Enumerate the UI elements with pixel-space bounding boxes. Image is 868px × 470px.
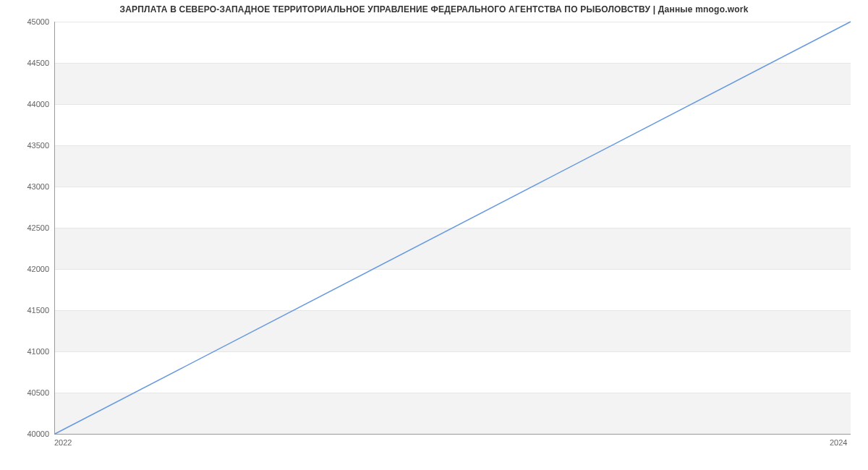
y-tick-label: 43500 bbox=[6, 141, 49, 150]
y-tick-label: 44000 bbox=[6, 100, 49, 108]
y-tick-label: 41500 bbox=[6, 306, 49, 315]
series-line bbox=[55, 22, 851, 434]
y-tick-label: 44500 bbox=[6, 59, 49, 67]
y-tick-label: 41000 bbox=[6, 347, 49, 356]
y-tick-label: 42000 bbox=[6, 265, 49, 273]
y-tick-label: 40000 bbox=[6, 430, 49, 438]
plot-area bbox=[54, 22, 851, 435]
x-tick-label: 2022 bbox=[54, 438, 72, 447]
y-tick-label: 45000 bbox=[6, 17, 49, 26]
x-tick-label: 2024 bbox=[830, 438, 847, 447]
y-tick-label: 40500 bbox=[6, 388, 49, 397]
y-tick-label: 42500 bbox=[6, 223, 49, 232]
chart-title: ЗАРПЛАТА В СЕВЕРО-ЗАПАДНОЕ ТЕРРИТОРИАЛЬН… bbox=[0, 4, 868, 14]
y-tick-label: 43000 bbox=[6, 182, 49, 191]
line-layer bbox=[55, 22, 851, 434]
chart-container: ЗАРПЛАТА В СЕВЕРО-ЗАПАДНОЕ ТЕРРИТОРИАЛЬН… bbox=[0, 0, 868, 470]
